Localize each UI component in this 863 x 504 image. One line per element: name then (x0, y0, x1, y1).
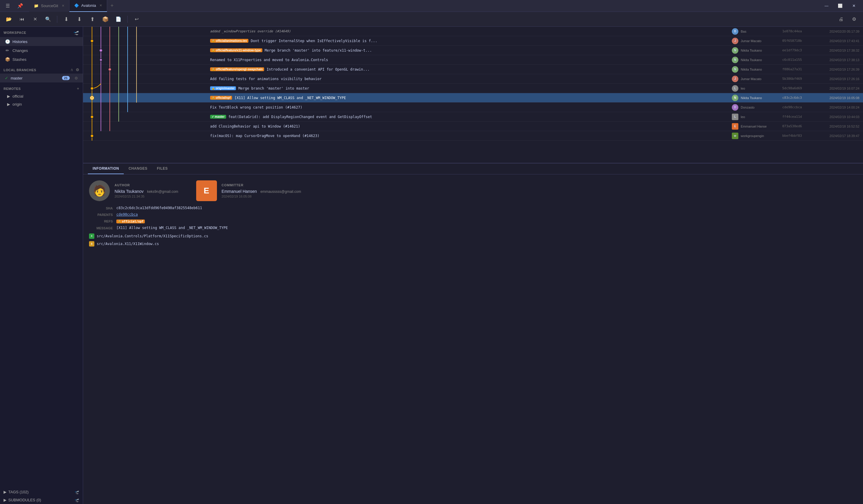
table-row[interactable]: added _windowProperties override (#14649… (83, 27, 863, 36)
commit-message: Merge branch 'master' into master (237, 86, 732, 90)
author-name: Nikita Tsukanov keks9n@gmail.com (114, 189, 178, 194)
graph-area (83, 93, 208, 103)
commit-author: Nikita Tsukano (741, 49, 782, 52)
master-badge: 21 (62, 76, 70, 80)
author-info: AUTHOR Nikita Tsukanov keks9n@gmail.com … (114, 183, 178, 198)
tab-sourcegit[interactable]: 📁 SourceGit ✕ (29, 0, 70, 12)
branch-action-1[interactable]: ⑃ (71, 68, 73, 72)
table-row[interactable]: add ClosingBehavior api to Window (#1462… (83, 122, 863, 131)
commit-message: Introduced a convenient API for OpenGL d… (265, 67, 732, 72)
parent-link[interactable]: cde90ccbca (116, 212, 138, 216)
patch-btn[interactable]: 📄 (113, 14, 124, 25)
table-row[interactable]: 🔒 official/feature/x11-window-type Merge… (83, 46, 863, 55)
close-repo-btn[interactable]: ✕ (30, 14, 40, 25)
committer-date: 2024/02/19 16:05:08 (222, 194, 301, 198)
undo-btn[interactable]: ⏮ (17, 14, 27, 25)
sidebar-item-origin[interactable]: ▶ origin (0, 100, 83, 108)
table-row[interactable]: 🔒 official/animations-iev Dont trigger I… (83, 36, 863, 46)
open-folder-btn[interactable]: 📂 (3, 14, 14, 25)
tab-sourcegit-icon: 📁 (34, 3, 39, 8)
tab-information[interactable]: INFORMATION (88, 163, 124, 174)
new-tab-btn[interactable]: + (107, 0, 117, 12)
branch-label: 🔒 official/feature/opengl-swapchain (210, 67, 264, 71)
sidebar-item-changes[interactable]: ✏ Changes (0, 46, 83, 55)
tab-avalonia-close[interactable]: ✕ (99, 3, 102, 8)
commit-message: Dont trigger InternalStep when IsEffecti… (250, 39, 732, 43)
graph-area (83, 131, 208, 141)
refs-branch-label: 🔒 official/xpf (116, 219, 145, 223)
sidebar-item-tags[interactable]: ▶ TAGS (102) 🛫 (0, 488, 83, 496)
tab-sourcegit-close[interactable]: ✕ (62, 4, 64, 8)
commit-date: 2024/02/19 16:07:24 (812, 87, 860, 90)
table-row[interactable]: 🔒 origin/master Merge branch 'master' in… (83, 84, 863, 93)
table-row[interactable]: 🔒 official/feature/opengl-swapchain Intr… (83, 65, 863, 74)
histories-icon: 🕐 (5, 39, 10, 44)
commit-date: 2024/02/19 17:26:16 (812, 77, 860, 81)
sidebar-spacer (0, 110, 83, 488)
branch-action-2[interactable]: ⚙ (76, 68, 79, 72)
hamburger-btn[interactable]: ☰ (2, 1, 13, 11)
file-list: + src/Avalonia.Controls/Platform/X11Spec… (89, 232, 857, 248)
avatar: N (732, 56, 738, 63)
commit-author: Nikita Tsukano (741, 68, 782, 71)
graph-area (83, 74, 208, 84)
list-item[interactable]: + src/Avalonia.Controls/Platform/X11Spec… (89, 232, 857, 240)
committer-card: E COMMITTER Emmanuel Hansen emmausssss@g… (196, 180, 301, 201)
commit-sha: ee1df79dc3 (782, 48, 812, 52)
table-row[interactable]: Add failing tests for animations visibil… (83, 74, 863, 84)
pin-btn[interactable]: 📌 (15, 1, 26, 11)
commit-meta: SHA c83c2c6dc3ca13dfdd96fe0490af3825548e… (89, 206, 857, 230)
commit-date: 2024/02/19 17:38:32 (812, 49, 860, 52)
sidebar-item-histories[interactable]: 🕐 Histories (0, 37, 83, 46)
tab-sourcegit-label: SourceGit (41, 3, 58, 8)
master-filter-btn[interactable]: ⚙ (75, 76, 78, 80)
table-row[interactable]: Fix TextBlock wrong caret position (#146… (83, 103, 863, 112)
search-btn[interactable]: 🔍 (43, 14, 53, 25)
commit-message: added _windowProperties override (#14649… (208, 29, 732, 33)
commit-sha: c83c2c6dc3 (782, 96, 812, 100)
close-btn[interactable]: ✕ (847, 0, 861, 12)
sidebar-item-official[interactable]: ▶ official (0, 92, 83, 100)
sidebar-item-master[interactable]: ✓ master 21 ⚙ (0, 74, 83, 83)
table-row[interactable]: 🔒 official/xpf [X11] Allow setting WM_CL… (83, 93, 863, 103)
minimize-btn[interactable]: — (820, 0, 833, 12)
list-item[interactable]: ± src/Avalonia.X11/X11Window.cs (89, 240, 857, 248)
maximize-btn[interactable]: ⬜ (833, 0, 847, 12)
table-row[interactable]: ✓ master feat(DataGrid): add DisplayRegi… (83, 112, 863, 122)
commit-author: workgroupengin (741, 134, 782, 138)
svg-point-46 (90, 87, 93, 90)
committer-avatar: E (196, 180, 217, 201)
tab-changes[interactable]: CHANGES (124, 163, 152, 174)
main-layout: WORKSPACE 🛫 🕐 Histories ✏ Changes 📦 Stas… (0, 27, 863, 504)
local-branches-section: LOCAL BRANCHES ⑃ ⚙ ✓ master 21 ⚙ (0, 65, 83, 84)
sidebar-item-submodules[interactable]: ▶ SUBMODULES (0) 🛫 (0, 496, 83, 504)
table-row[interactable]: Renamed to X11Properties and moved to Av… (83, 55, 863, 65)
submodules-action[interactable]: 🛫 (75, 498, 79, 502)
tags-action[interactable]: 🛫 (75, 490, 79, 494)
parents-value: cde90ccbca (116, 212, 857, 216)
tab-files[interactable]: FILES (152, 163, 173, 174)
remote-action[interactable]: + (77, 86, 79, 91)
detail-panel: INFORMATION CHANGES FILES 🧑 AUTHOR (83, 163, 863, 254)
commit-sha: 05f658718b (782, 39, 812, 43)
settings-btn[interactable]: ⚙ (849, 14, 860, 25)
fetch-btn[interactable]: ⬇ (61, 14, 72, 25)
tab-avalonia-label: Avalonia (81, 3, 96, 8)
commit-sha: c6c011a155 (782, 58, 812, 62)
svg-point-54 (91, 97, 93, 99)
push-btn[interactable]: ⬆ (87, 14, 98, 25)
commit-list[interactable]: added _windowProperties override (#14649… (83, 27, 863, 163)
pull-btn[interactable]: ⬇ (74, 14, 85, 25)
sidebar-item-stashes[interactable]: 📦 Stashes (0, 55, 83, 64)
print-btn[interactable]: 🖨 (836, 14, 846, 25)
commit-sha: cde90ccbca (782, 105, 812, 109)
table-row[interactable]: fix(macOS): map CursorDragMove to openHa… (83, 131, 863, 141)
workspace-action-btn[interactable]: 🛫 (73, 30, 79, 35)
commit-date: 2024/02/19 17:38:13 (812, 58, 860, 62)
tab-avalonia[interactable]: 🔷 Avalonia ✕ (70, 0, 108, 12)
commit-sha: 073a530ed6 (782, 124, 812, 128)
stash-btn[interactable]: 📦 (100, 14, 111, 25)
branch-label: ✓ master (210, 115, 226, 119)
share-btn[interactable]: ↩ (131, 14, 142, 25)
local-branches-header: LOCAL BRANCHES ⑃ ⚙ (0, 66, 83, 74)
